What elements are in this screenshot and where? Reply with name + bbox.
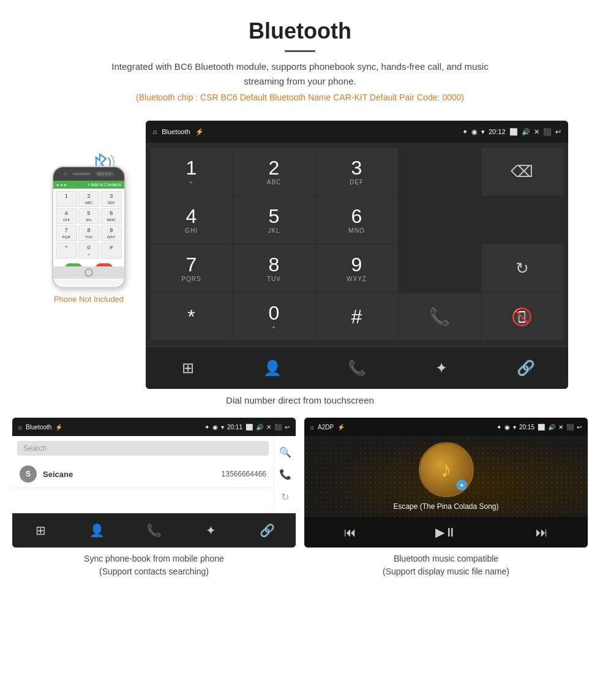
dial-caption: Dial number direct from touchscreen <box>0 395 600 405</box>
pb-time: 20:11 <box>227 424 242 431</box>
nav-call[interactable]: 📞 <box>315 347 399 389</box>
pb-nav-user[interactable]: 👤 <box>69 513 126 548</box>
page-header: Bluetooth Integrated with BC6 Bluetooth … <box>0 0 600 121</box>
nav-dialpad[interactable]: ⊞ <box>146 347 230 389</box>
music-song-title: Escape (The Pina Colada Song) <box>393 502 498 511</box>
pb-x-icon[interactable]: ✕ <box>266 424 271 431</box>
music-album-art: ♪ ✦ <box>419 442 474 497</box>
phonebook-caption: Sync phone-book from mobile phone (Suppo… <box>12 552 296 578</box>
music-home-icon[interactable]: ⌂ <box>310 424 314 431</box>
pb-cam-icon[interactable]: ⬜ <box>246 424 253 431</box>
pb-statusbar-label: Bluetooth <box>26 424 51 431</box>
pb-loc-icon: ◉ <box>212 424 218 431</box>
key-hash[interactable]: # <box>316 293 398 341</box>
music-next-btn[interactable]: ⏭ <box>536 525 548 540</box>
camera-icon[interactable]: ⬜ <box>509 128 518 136</box>
dialpad-row-3: 7 PQRS 8 TUV 9 WXYZ ↻ <box>151 244 563 292</box>
music-bt-icon: ✦ <box>497 424 501 431</box>
music-play-btn[interactable]: ▶⏸ <box>435 525 457 540</box>
music-back-icon[interactable]: ↩ <box>577 424 582 431</box>
wifi-icon: ▾ <box>481 128 485 136</box>
key-8[interactable]: 8 TUV <box>233 244 315 292</box>
pb-contact-number: 13566664466 <box>222 470 266 478</box>
pb-nav-dialpad[interactable]: ⊞ <box>12 513 69 548</box>
music-screen: ⌂ A2DP ⚡ ✦ ◉ ▾ 20:15 ⬜ 🔊 ✕ ⬛ ↩ <box>304 418 588 548</box>
pb-bt-icon: ✦ <box>204 424 209 431</box>
dialpad-row-2: 4 GHI 5 JKL 6 MNO <box>151 196 563 244</box>
dialpad-empty-2 <box>399 196 481 244</box>
key-1[interactable]: 1 ⌁ <box>151 148 233 195</box>
screenshots-row: ⌂ Bluetooth ⚡ ✦ ◉ ▾ 20:11 ⬜ 🔊 ✕ ⬛ ↩ <box>0 418 600 578</box>
music-caption: Bluetooth music compatible (Support disp… <box>304 552 588 578</box>
usb-icon: ⚡ <box>195 128 204 136</box>
phonebook-caption-line1: Sync phone-book from mobile phone <box>84 554 224 563</box>
bluetooth-specs: (Bluetooth chip : CSR BC6 Default Blueto… <box>12 92 588 102</box>
bt-icon: ✦ <box>462 128 468 136</box>
pb-refresh-icon[interactable]: ↻ <box>278 491 292 503</box>
key-2[interactable]: 2 ABC <box>233 148 315 195</box>
pb-nav-link[interactable]: 🔗 <box>239 513 296 548</box>
pb-contact-name: Seicane <box>43 470 222 479</box>
pb-bottomnav: ⊞ 👤 📞 ✦ 🔗 <box>12 513 296 548</box>
key-9[interactable]: 9 WXYZ <box>316 244 398 292</box>
pb-search-placeholder: Search <box>23 444 47 453</box>
pb-statusbar: ⌂ Bluetooth ⚡ ✦ ◉ ▾ 20:11 ⬜ 🔊 ✕ ⬛ ↩ <box>12 418 296 436</box>
music-wifi-icon: ▾ <box>513 424 516 431</box>
nav-link[interactable]: 🔗 <box>484 347 568 389</box>
key-7[interactable]: 7 PQRS <box>151 244 233 292</box>
key-star[interactable]: * <box>151 293 233 341</box>
music-statusbar: ⌂ A2DP ⚡ ✦ ◉ ▾ 20:15 ⬜ 🔊 ✕ ⬛ ↩ <box>304 418 588 436</box>
statusbar-label: Bluetooth <box>162 128 190 135</box>
key-0[interactable]: 0 + <box>233 293 315 341</box>
nav-bluetooth[interactable]: ✦ <box>399 347 484 389</box>
key-call-red[interactable]: 📵 <box>481 293 563 341</box>
pb-usb-icon: ⚡ <box>55 424 62 431</box>
key-5[interactable]: 5 JKL <box>233 196 315 244</box>
dialpad-empty-1 <box>399 148 481 195</box>
page-title: Bluetooth <box>12 18 588 44</box>
dialpad: 1 ⌁ 2 ABC 3 DEF ⌫ 4 <box>146 143 568 346</box>
key-3[interactable]: 3 DEF <box>316 148 398 195</box>
phone-mockup: MOTO ● ● ● + Add to Contacts 1 2ABC 3DEF… <box>52 166 126 288</box>
key-refresh[interactable]: ↻ <box>481 244 563 292</box>
key-call-green[interactable]: 📞 <box>399 293 481 341</box>
dialpad-empty-3 <box>481 196 563 244</box>
music-caption-line2: (Support display music file name) <box>383 566 509 576</box>
pb-phone-icon[interactable]: 📞 <box>278 469 292 480</box>
pb-back-icon[interactable]: ↩ <box>285 424 290 431</box>
pb-search-bar[interactable]: Search <box>17 441 269 456</box>
pb-vol-icon[interactable]: 🔊 <box>256 424 263 431</box>
key-backspace[interactable]: ⌫ <box>481 148 563 195</box>
music-vol-icon[interactable]: 🔊 <box>548 424 555 431</box>
title-divider <box>285 50 315 52</box>
dialpad-empty-4 <box>399 244 481 292</box>
screen-icon[interactable]: ⬛ <box>543 128 552 136</box>
pb-screen-icon[interactable]: ⬛ <box>274 424 282 431</box>
nav-contacts[interactable]: 👤 <box>230 347 315 389</box>
pb-home-icon[interactable]: ⌂ <box>18 424 22 431</box>
music-usb-icon: ⚡ <box>337 424 345 431</box>
music-prev-btn[interactable]: ⏮ <box>344 525 356 540</box>
close-icon[interactable]: ✕ <box>534 128 539 136</box>
music-x-icon[interactable]: ✕ <box>558 424 563 431</box>
back-icon[interactable]: ↩ <box>555 128 561 136</box>
dial-statusbar: ⌂ Bluetooth ⚡ ✦ ◉ ▾ 20:12 ⬜ 🔊 ✕ ⬛ ↩ <box>146 121 568 143</box>
pb-nav-call[interactable]: 📞 <box>126 513 182 548</box>
phonebook-caption-line2: (Support contacts searching) <box>99 566 209 576</box>
key-4[interactable]: 4 GHI <box>151 196 233 244</box>
volume-icon[interactable]: 🔊 <box>522 128 530 136</box>
pb-nav-bt[interactable]: ✦ <box>182 513 239 548</box>
music-screen-icon[interactable]: ⬛ <box>566 424 574 431</box>
phonebook-screen: ⌂ Bluetooth ⚡ ✦ ◉ ▾ 20:11 ⬜ 🔊 ✕ ⬛ ↩ <box>12 418 296 548</box>
music-controls: ⏮ ▶⏸ ⏭ <box>304 517 588 548</box>
music-block: ⌂ A2DP ⚡ ✦ ◉ ▾ 20:15 ⬜ 🔊 ✕ ⬛ ↩ <box>304 418 588 578</box>
time-display: 20:12 <box>489 128 506 135</box>
key-6[interactable]: 6 MNO <box>316 196 398 244</box>
pb-search-icon[interactable]: 🔍 <box>278 446 292 458</box>
pb-right-icons: 🔍 📞 ↻ <box>274 436 296 513</box>
pb-contact-row[interactable]: S Seicane 13566664466 <box>12 461 274 488</box>
page-description: Integrated with BC6 Bluetooth module, su… <box>98 59 502 89</box>
phonebook-block: ⌂ Bluetooth ⚡ ✦ ◉ ▾ 20:11 ⬜ 🔊 ✕ ⬛ ↩ <box>12 418 296 578</box>
music-cam-icon[interactable]: ⬜ <box>538 424 545 431</box>
home-icon[interactable]: ⌂ <box>153 128 157 135</box>
